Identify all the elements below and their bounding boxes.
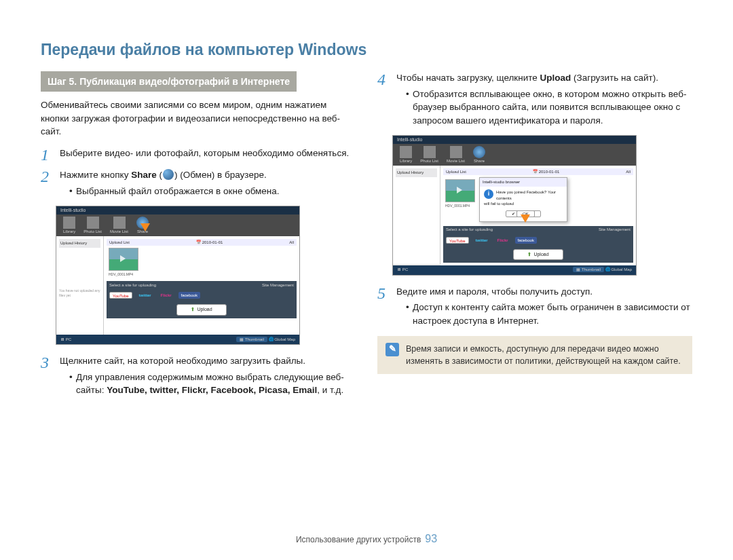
screenshot-share: Intelli-studio Library Photo List Movie … xyxy=(56,206,300,345)
upload-button[interactable]: ⬆Upload xyxy=(513,249,563,260)
note-box: ✎ Время записи и емкость, доступную для … xyxy=(377,336,692,374)
step-5: 5 Ведите имя и пароля, чтобы получить до… xyxy=(377,285,692,329)
confirm-dialog: Intelli-studio browser i Have you joined… xyxy=(479,177,567,221)
pointer-arrow-icon xyxy=(140,223,150,231)
screenshot-upload-popup: Intelli-studio Library Photo List Movie … xyxy=(392,135,637,276)
step-4: 4 Чтобы начать загрузку, щелкните Upload… xyxy=(377,71,692,128)
step-1: 1 Выберите видео- или фотофайл, которым … xyxy=(41,147,356,163)
note-icon: ✎ xyxy=(386,343,399,356)
upload-button[interactable]: ⬆Upload xyxy=(176,304,226,315)
page-title: Передачи файлов на компьютер Windows xyxy=(41,41,692,59)
step-banner: Шаг 5. Публикация видео/фотографий в Инт… xyxy=(41,71,297,92)
page-footer: Использование других устройств93 xyxy=(0,533,733,545)
step-2: 2 Нажмите кнопку Share () (Обмен) в брау… xyxy=(41,168,356,199)
step-3: 3 Щелкните сайт, на которой необходимо з… xyxy=(41,354,356,398)
intro-text: Обменивайтесь своими записями со всем ми… xyxy=(41,98,356,138)
page-number: 93 xyxy=(425,533,437,544)
share-icon xyxy=(163,169,174,180)
pointer-arrow-icon xyxy=(521,214,530,223)
info-icon: i xyxy=(484,189,493,199)
